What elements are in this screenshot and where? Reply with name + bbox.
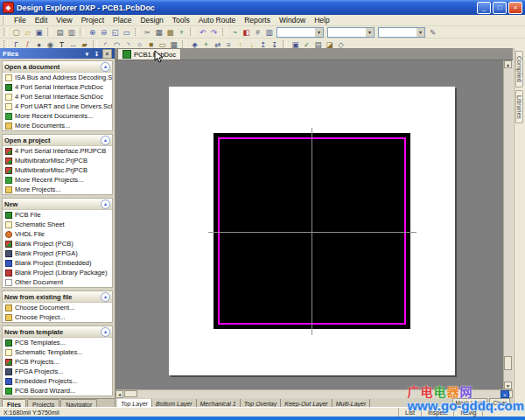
snap-grid-icon[interactable]: # bbox=[252, 27, 263, 38]
files-item-choose-document[interactable]: Choose Document... bbox=[3, 303, 112, 312]
panel-pin-icon[interactable]: ↧ bbox=[93, 50, 101, 58]
files-item-more-recent-documents[interactable]: More Recent Documents... bbox=[3, 111, 112, 121]
files-item-more-documents[interactable]: More Documents... bbox=[3, 121, 112, 130]
files-item-4-port-uart-and-line-drivers-schdoc[interactable]: 4 Port UART and Line Drivers.SchDoc bbox=[3, 102, 112, 111]
files-item-other-document[interactable]: Other Document bbox=[3, 277, 112, 287]
browse-library-icon[interactable]: ▥ bbox=[263, 27, 275, 38]
scroll-left-icon[interactable]: ◄ bbox=[116, 390, 123, 398]
copy-icon[interactable]: ▦ bbox=[153, 27, 164, 38]
menu-design[interactable]: Design bbox=[136, 16, 167, 24]
horizontal-scroll-thumb[interactable] bbox=[124, 390, 137, 397]
toolbar-combo-2[interactable]: ▾ bbox=[327, 27, 374, 38]
files-item-choose-project[interactable]: Choose Project... bbox=[3, 312, 112, 322]
menu-reports[interactable]: Reports bbox=[240, 16, 275, 24]
toolbar-grip[interactable] bbox=[4, 40, 8, 48]
project-icon bbox=[5, 241, 12, 248]
cut-icon[interactable]: ✂ bbox=[142, 27, 153, 38]
toolbar-grip[interactable] bbox=[4, 28, 8, 36]
files-item-multivibratormisc-prjpcb[interactable]: MultivibratorMisc.PrjPCB bbox=[3, 165, 112, 175]
project-icon bbox=[5, 167, 12, 174]
zoom-out-icon[interactable]: ⊖ bbox=[98, 27, 109, 38]
toolbar-separator bbox=[182, 40, 186, 48]
menu-grip[interactable] bbox=[3, 17, 7, 24]
schdoc-icon bbox=[5, 103, 12, 110]
collapse-chevron-icon[interactable]: ▴ bbox=[101, 200, 110, 209]
menu-window[interactable]: Window bbox=[275, 16, 310, 24]
panel-menu-icon[interactable]: ▾ bbox=[83, 50, 91, 58]
files-item-4-port-serial-interface-schdoc[interactable]: 4 Port Serial Interface.SchDoc bbox=[3, 92, 112, 102]
select-move-icon[interactable]: + bbox=[176, 27, 187, 38]
scroll-down-icon[interactable]: ▼ bbox=[504, 382, 512, 389]
panel-scroll-button[interactable]: » bbox=[500, 390, 509, 398]
files-item-vhdl-file[interactable]: VHDL File bbox=[3, 229, 112, 239]
files-item-multivibratormisc-prjpcb[interactable]: MultivibratorMisc.PrjPCB bbox=[3, 156, 112, 165]
zoom-in-icon[interactable]: ⊕ bbox=[87, 27, 98, 38]
files-item-blank-project-pcb[interactable]: Blank Project (PCB) bbox=[3, 239, 112, 248]
menu-tools[interactable]: Tools bbox=[168, 16, 194, 24]
new-document-icon[interactable]: ▢ bbox=[10, 27, 22, 38]
files-item-blank-project-fpga[interactable]: Blank Project (FPGA) bbox=[3, 248, 112, 258]
collapse-chevron-icon[interactable]: ▴ bbox=[101, 136, 110, 145]
menu-auto-route[interactable]: Auto Route bbox=[194, 16, 241, 24]
collapse-chevron-icon[interactable]: ▴ bbox=[101, 62, 110, 72]
toolbar-combo-3[interactable]: ▾ bbox=[378, 27, 425, 38]
menu-place[interactable]: Place bbox=[108, 16, 136, 24]
menu-project[interactable]: Project bbox=[77, 16, 108, 24]
toolbar-combo-1[interactable]: ▾ bbox=[276, 27, 324, 38]
workspace: Files ▾ ↧ × Open a document▴ISA Bus and … bbox=[0, 48, 525, 407]
maximize-button[interactable]: □ bbox=[493, 2, 507, 14]
filter-pencil-icon[interactable]: ✎ bbox=[427, 27, 438, 38]
files-item-label: Other Document bbox=[15, 278, 63, 286]
chevron-down-icon[interactable]: ▾ bbox=[366, 28, 374, 37]
collapse-chevron-icon[interactable]: ▴ bbox=[101, 327, 110, 337]
pcb-canvas[interactable]: ▲ ▼ bbox=[116, 60, 513, 389]
right-tab-compiled[interactable]: Compiled bbox=[515, 51, 523, 88]
files-item-blank-project-embedded[interactable]: Blank Project (Embedded) bbox=[3, 258, 112, 268]
menu-file[interactable]: File bbox=[10, 16, 31, 24]
open-icon[interactable]: ▱ bbox=[22, 27, 33, 38]
right-tab-libraries[interactable]: Libraries bbox=[515, 90, 523, 124]
files-item-blank-project-library-package[interactable]: Blank Project (Library Package) bbox=[3, 268, 112, 277]
files-item-isa-bus-and-address-decoding-schdoc[interactable]: ISA Bus and Address Decoding.SchDoc bbox=[3, 73, 112, 82]
interactive-routing-icon[interactable]: ~ bbox=[229, 27, 241, 38]
files-item-4-port-serial-interface-pcbdoc[interactable]: 4 Port Serial Interface.PcbDoc bbox=[3, 82, 112, 92]
panel-close-icon[interactable]: × bbox=[102, 49, 112, 59]
files-item-schematic-templates[interactable]: Schematic Templates... bbox=[3, 347, 112, 357]
paste-icon[interactable]: ▩ bbox=[164, 27, 176, 38]
scroll-up-icon[interactable]: ▲ bbox=[504, 60, 512, 68]
redo-icon[interactable]: ↷ bbox=[208, 27, 220, 38]
files-item-label: 4 Port Serial Interface.SchDoc bbox=[15, 93, 103, 101]
collapse-chevron-icon[interactable]: ▴ bbox=[101, 292, 110, 302]
undo-icon[interactable]: ↶ bbox=[197, 27, 208, 38]
horizontal-scrollbar[interactable]: ◄ ► bbox=[116, 389, 513, 398]
place-component-icon[interactable]: ◧ bbox=[241, 27, 252, 38]
menu-view[interactable]: View bbox=[52, 16, 76, 24]
print-icon[interactable]: ▤ bbox=[54, 27, 66, 38]
save-icon[interactable]: ▣ bbox=[33, 27, 45, 38]
files-item-fpga-projects[interactable]: FPGA Projects... bbox=[3, 367, 112, 376]
files-item-more-projects[interactable]: More Projects... bbox=[3, 185, 112, 194]
zoom-document-icon[interactable]: ▭ bbox=[121, 27, 132, 38]
menu-help[interactable]: Help bbox=[310, 16, 333, 24]
files-section-new-from-template: New from template▴PCB Templates...Schema… bbox=[2, 326, 113, 396]
files-item-pcb-board-wizard[interactable]: PCB Board Wizard... bbox=[3, 386, 112, 396]
close-button[interactable]: × bbox=[508, 2, 522, 14]
files-item-pcb-file[interactable]: PCB File bbox=[3, 210, 112, 220]
files-item-embedded-projects[interactable]: Embedded Projects... bbox=[3, 376, 112, 386]
files-item-4-port-serial-interface-prjpcb[interactable]: 4 Port Serial Interface.PRJPCB bbox=[3, 146, 112, 156]
print-preview-icon[interactable]: ▥ bbox=[66, 27, 77, 38]
menu-edit[interactable]: Edit bbox=[31, 16, 52, 24]
vertical-scroll-thumb[interactable] bbox=[504, 356, 512, 370]
files-item-label: Choose Project... bbox=[15, 313, 66, 321]
chevron-down-icon[interactable]: ▾ bbox=[315, 28, 323, 37]
files-item-pcb-templates[interactable]: PCB Templates... bbox=[3, 338, 112, 347]
project-icon bbox=[5, 359, 12, 366]
files-item-schematic-sheet[interactable]: Schematic Sheet bbox=[3, 220, 112, 229]
zoom-area-icon[interactable]: ◱ bbox=[109, 27, 121, 38]
vertical-scrollbar[interactable]: ▲ ▼ bbox=[503, 60, 513, 389]
files-item-more-recent-projects[interactable]: More Recent Projects... bbox=[3, 175, 112, 185]
chevron-down-icon[interactable]: ▾ bbox=[416, 28, 424, 37]
document-tab[interactable]: PCB1.PcbDoc bbox=[117, 48, 181, 60]
minimize-button[interactable]: _ bbox=[477, 2, 491, 14]
files-item-pcb-projects[interactable]: PCB Projects... bbox=[3, 357, 112, 367]
